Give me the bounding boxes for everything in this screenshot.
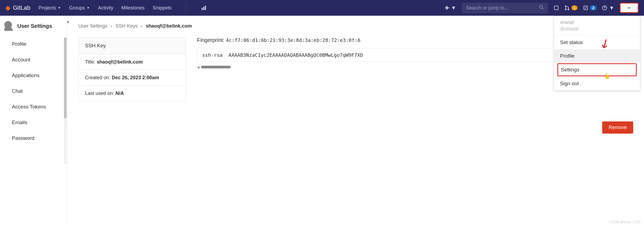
svg-rect-1	[203, 7, 204, 10]
nav-milestones[interactable]: Milestones	[121, 5, 145, 11]
ssh-key-details: SSH Key Title: shaoqf@belink.com Created…	[78, 37, 633, 134]
sidebar-item-access-tokens[interactable]: Access Tokens	[0, 99, 67, 115]
svg-point-5	[539, 5, 542, 8]
svg-rect-7	[554, 6, 558, 10]
nav-snippets[interactable]: Snippets	[153, 5, 172, 11]
ssh-created-row: Created on: Dec 26, 2023 2:00am	[79, 70, 186, 86]
divider	[186, 4, 187, 12]
help-icon[interactable]: ▼	[602, 5, 614, 11]
watermark: CSDN @shao_1101	[609, 220, 641, 224]
search-input[interactable]	[466, 5, 536, 11]
analytics-icon[interactable]	[201, 5, 206, 11]
svg-point-8	[565, 6, 566, 7]
svg-rect-4	[445, 7, 449, 8]
scroll-left-icon: ◂	[197, 64, 199, 70]
nav-projects[interactable]: Projects ▼	[39, 5, 61, 11]
svg-rect-0	[202, 8, 203, 10]
gitlab-icon: ◆	[5, 4, 10, 12]
svg-rect-2	[205, 6, 206, 10]
svg-line-6	[542, 8, 543, 9]
brand-text: GitLab	[13, 4, 30, 11]
nav-groups[interactable]: Groups ▼	[69, 5, 90, 11]
dropdown-handle: @shaoqf	[560, 26, 634, 32]
chevron-down-icon: ▼	[58, 6, 61, 10]
todos-icon[interactable]: 2	[583, 5, 596, 11]
svg-point-10	[568, 9, 569, 10]
user-menu-toggle[interactable]	[620, 3, 639, 13]
sidebar-item-password[interactable]: Password	[0, 130, 67, 146]
todos-badge: 2	[590, 5, 596, 10]
ssh-title-row: Title: shaoqf@belink.com	[79, 54, 186, 70]
search-box[interactable]	[462, 3, 548, 13]
sidebar-title: User Settings	[17, 23, 52, 29]
cursor-hand-icon: 👆	[604, 73, 610, 79]
scroll-thumb[interactable]	[201, 66, 231, 68]
scrollbar-thumb[interactable]	[64, 37, 67, 118]
dropdown-settings[interactable]: Settings	[557, 63, 637, 76]
breadcrumb-user-settings[interactable]: User Settings	[78, 23, 107, 29]
breadcrumb-ssh-keys[interactable]: SSH Keys	[116, 23, 138, 29]
dropdown-sign-out[interactable]: Sign out	[554, 77, 640, 90]
sidebar-item-applications[interactable]: Applications	[0, 68, 67, 83]
dropdown-profile[interactable]: Profile	[554, 49, 640, 63]
chevron-down-icon: ▼	[451, 5, 456, 11]
sidebar-item-profile[interactable]: Profile	[0, 36, 67, 52]
chevron-right-icon: ›	[141, 23, 143, 29]
sidebar-item-emails[interactable]: Emails	[0, 115, 67, 130]
user-icon	[4, 21, 12, 29]
merge-requests-icon[interactable]: 1	[564, 5, 578, 11]
svg-point-9	[565, 9, 566, 10]
nav-activity[interactable]: Activity	[98, 5, 113, 11]
gitlab-logo[interactable]: ◆ GitLab	[5, 4, 30, 12]
dropdown-user-info: shaoqf @shaoqf	[554, 16, 640, 36]
top-navbar: ◆ GitLab Projects ▼ Groups ▼ Activity Mi…	[0, 0, 644, 16]
nav-links: Projects ▼ Groups ▼ Activity Milestones …	[39, 4, 206, 12]
merge-badge: 1	[571, 5, 578, 10]
user-dropdown-menu: shaoqf @shaoqf Set status Profile Settin…	[554, 16, 640, 91]
ssh-card-header: SSH Key	[79, 37, 186, 54]
remove-button[interactable]: Remove	[602, 121, 633, 134]
chevron-right-icon: ›	[111, 23, 112, 29]
chevron-down-icon: ▼	[609, 5, 614, 11]
search-icon[interactable]	[539, 5, 544, 11]
nav-right: ▼ 1 2 ▼	[445, 3, 639, 13]
sidebar-item-account[interactable]: Account	[0, 52, 67, 68]
sidebar-header[interactable]: User Settings	[0, 16, 67, 36]
chevron-down-icon: ▼	[87, 6, 90, 10]
ssh-card: SSH Key Title: shaoqf@belink.com Created…	[78, 37, 186, 101]
breadcrumb-current: shaoqf@belink.com	[146, 23, 192, 29]
dropdown-username: shaoqf	[560, 20, 634, 25]
sidebar-item-chat[interactable]: Chat	[0, 83, 67, 99]
dropdown-set-status[interactable]: Set status	[554, 36, 640, 49]
issues-icon[interactable]	[554, 5, 559, 11]
new-dropdown[interactable]: ▼	[445, 5, 456, 11]
breadcrumb: User Settings › SSH Keys › shaoqf@belink…	[78, 23, 633, 29]
main-layout: ▴ User Settings Profile Account Applicat…	[0, 16, 644, 225]
sidebar: ▴ User Settings Profile Account Applicat…	[0, 16, 67, 225]
ssh-lastused-row: Last used on: N/A	[79, 86, 186, 101]
